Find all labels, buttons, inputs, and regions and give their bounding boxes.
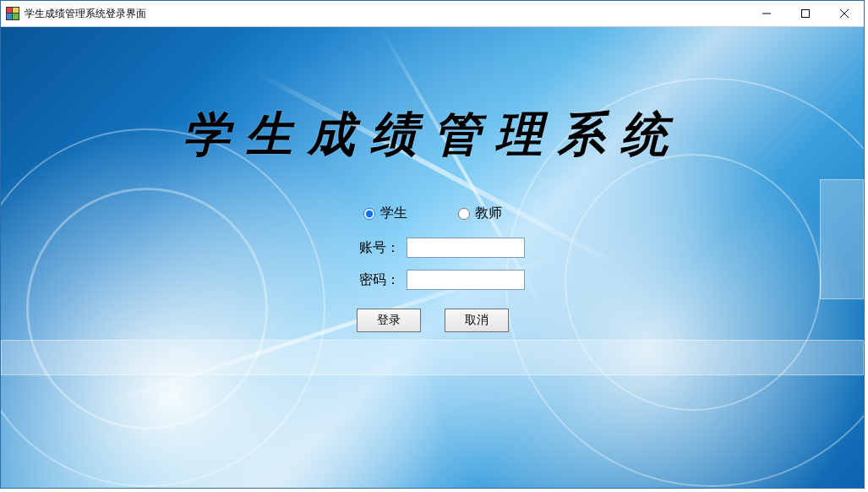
role-radio-group: 学生 教师 [281, 205, 585, 222]
account-field: 账号： [281, 238, 585, 258]
client-area: 学生成绩管理系统 学生 教师 账号： 密码： [1, 27, 864, 488]
role-teacher-option[interactable]: 教师 [458, 205, 502, 222]
role-student-option[interactable]: 学生 [363, 205, 407, 222]
role-teacher-label: 教师 [475, 205, 502, 222]
account-input[interactable] [407, 238, 525, 258]
svg-rect-1 [802, 10, 810, 18]
button-row: 登录 取消 [281, 309, 585, 332]
maximize-button[interactable] [786, 1, 825, 26]
role-student-radio[interactable] [363, 208, 375, 220]
login-button[interactable]: 登录 [357, 309, 421, 332]
close-button[interactable] [825, 1, 864, 26]
role-teacher-radio[interactable] [458, 208, 470, 220]
role-student-label: 学生 [380, 205, 407, 222]
password-label: 密码： [341, 271, 400, 289]
password-input[interactable] [407, 270, 525, 290]
decor-ring [26, 188, 268, 429]
app-heading: 学生成绩管理系统 [1, 103, 864, 167]
password-field: 密码： [281, 270, 585, 290]
account-label: 账号： [341, 239, 400, 257]
decor-bar [820, 179, 864, 299]
decor-bar [1, 340, 864, 375]
app-icon [6, 7, 19, 20]
cancel-button[interactable]: 取消 [445, 309, 509, 332]
window-title: 学生成绩管理系统登录界面 [25, 7, 146, 21]
minimize-button[interactable] [747, 1, 786, 26]
login-form: 学生 教师 账号： 密码： 登录 取消 [281, 205, 585, 332]
app-window: 学生成绩管理系统登录界面 学生成绩管理系统 学生 [0, 0, 865, 489]
titlebar: 学生成绩管理系统登录界面 [1, 1, 864, 27]
